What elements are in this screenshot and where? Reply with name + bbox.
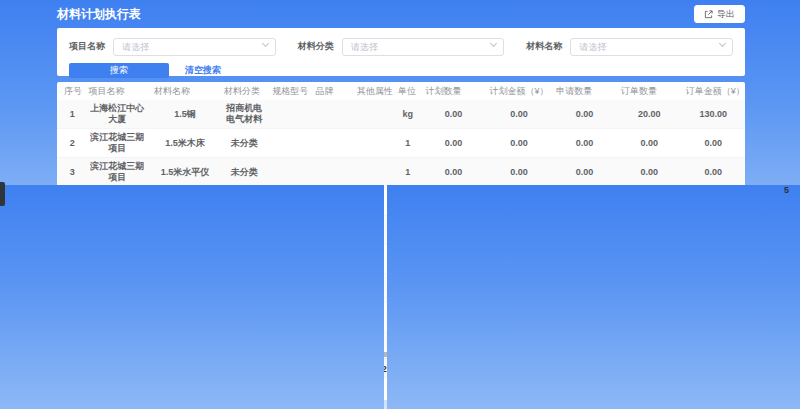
- table-panel: 序号项目名称材料名称材料分类规格型号品牌其他属性单位计划数量计划金额（¥）申请数…: [57, 82, 745, 400]
- table-cell: 0.00: [486, 129, 553, 158]
- table-row: 2滨江花城三期项目1.5米木床未分类10.000.000.000.000.00: [57, 129, 745, 158]
- table-cell: 0.00: [682, 129, 745, 158]
- table-header-cell: 订单金额（¥）: [682, 82, 745, 100]
- table-cell: [268, 100, 311, 129]
- table-cell: 滨江花城三期项目: [85, 158, 150, 187]
- table-cell: 滨江花城三期项目: [85, 129, 150, 158]
- filter-panel: 项目名称 材料分类 材料名称: [57, 28, 745, 76]
- table-cell: 0.00: [552, 100, 617, 129]
- table-cell: 未分类: [220, 129, 268, 158]
- table-cell: 1: [394, 158, 422, 187]
- table-header-cell: 序号: [57, 82, 85, 100]
- table-cell: [312, 158, 353, 187]
- filter-buttons-row: 搜索 清空搜索: [69, 63, 733, 78]
- table-cell: 2: [57, 129, 85, 158]
- table-cell: [268, 158, 311, 187]
- table-header-cell: 项目名称: [85, 82, 150, 100]
- table-header-cell: 单位: [394, 82, 422, 100]
- table-cell: 0.00: [682, 158, 745, 187]
- table-cell: 0.00: [617, 129, 682, 158]
- table-cell: 0.00: [486, 100, 553, 129]
- export-button[interactable]: 导出: [694, 5, 745, 23]
- table-header-cell: 计划数量: [422, 82, 486, 100]
- table-cell: 上海松江中心大厦: [85, 100, 150, 129]
- table-cell: [312, 100, 353, 129]
- table-cell: 3: [57, 158, 85, 187]
- material-category-label: 材料分类: [298, 40, 334, 53]
- material-name-label: 材料名称: [526, 40, 562, 53]
- page-button-5[interactable]: 5: [387, 185, 800, 409]
- top-bar: 材料计划执行表 导出: [57, 0, 745, 28]
- table-cell: [268, 129, 311, 158]
- table-row: 3滨江花城三期项目1.5米水平仪未分类10.000.000.000.000.00: [57, 158, 745, 187]
- table-cell: 0.00: [486, 158, 553, 187]
- table-header-cell: 材料名称: [150, 82, 220, 100]
- project-name-input[interactable]: [113, 38, 276, 56]
- table-cell: 1.5铜: [150, 100, 220, 129]
- table-cell: kg: [394, 100, 422, 129]
- page-button-4[interactable]: 4: [0, 185, 384, 409]
- table-header-cell: 计划金额（¥）: [486, 82, 553, 100]
- filter-group-category: 材料分类: [298, 36, 505, 56]
- material-name-input[interactable]: [570, 38, 733, 56]
- table-cell: 0.00: [617, 158, 682, 187]
- table-header-cell: 品牌: [312, 82, 353, 100]
- table-cell: 未分类: [220, 158, 268, 187]
- page-title: 材料计划执行表: [57, 6, 141, 23]
- project-name-select[interactable]: [113, 36, 276, 56]
- table-cell: 130.00: [682, 100, 745, 129]
- table-cell: 0.00: [552, 158, 617, 187]
- table-cell: [353, 158, 394, 187]
- table-header-cell: 材料分类: [220, 82, 268, 100]
- material-category-select[interactable]: [342, 36, 505, 56]
- page-background: 材料计划执行表 导出 项目名称 材料分类: [0, 0, 800, 409]
- table-cell: 0.00: [422, 158, 486, 187]
- export-icon: [704, 10, 713, 19]
- table-cell: 1.5米水平仪: [150, 158, 220, 187]
- table-cell: 0.00: [422, 100, 486, 129]
- project-name-label: 项目名称: [69, 40, 105, 53]
- pagination: 共 1673 条 123456...84 前往 页: [57, 379, 745, 400]
- filter-group-material: 材料名称: [526, 36, 733, 56]
- table-cell: 1: [57, 100, 85, 129]
- page-list: 123456...84: [0, 185, 800, 409]
- filter-row: 项目名称 材料分类 材料名称: [69, 36, 733, 56]
- material-name-select[interactable]: [570, 36, 733, 56]
- table-header-cell: 申请数量: [552, 82, 617, 100]
- table-cell: 0.00: [422, 129, 486, 158]
- export-label: 导出: [717, 8, 735, 21]
- filter-group-project: 项目名称: [69, 36, 276, 56]
- table-header-row: 序号项目名称材料名称材料分类规格型号品牌其他属性单位计划数量计划金额（¥）申请数…: [57, 82, 745, 100]
- table-row: 1上海松江中心大厦1.5铜招商机电 电气材料kg0.000.000.0020.0…: [57, 100, 745, 129]
- table-cell: [353, 100, 394, 129]
- table-cell: 0.00: [552, 129, 617, 158]
- table-header-cell: 其他属性: [353, 82, 394, 100]
- table-header-cell: 订单数量: [617, 82, 682, 100]
- table-cell: [312, 129, 353, 158]
- clear-search-link[interactable]: 清空搜索: [185, 64, 221, 77]
- table-header-cell: 规格型号: [268, 82, 311, 100]
- material-category-input[interactable]: [342, 38, 505, 56]
- drawer-handle[interactable]: [0, 182, 5, 206]
- table-cell: [353, 129, 394, 158]
- table-cell: 20.00: [617, 100, 682, 129]
- table-cell: 1: [394, 129, 422, 158]
- table-cell: 1.5米木床: [150, 129, 220, 158]
- search-button[interactable]: 搜索: [69, 63, 169, 78]
- table-cell: 招商机电 电气材料: [220, 100, 268, 129]
